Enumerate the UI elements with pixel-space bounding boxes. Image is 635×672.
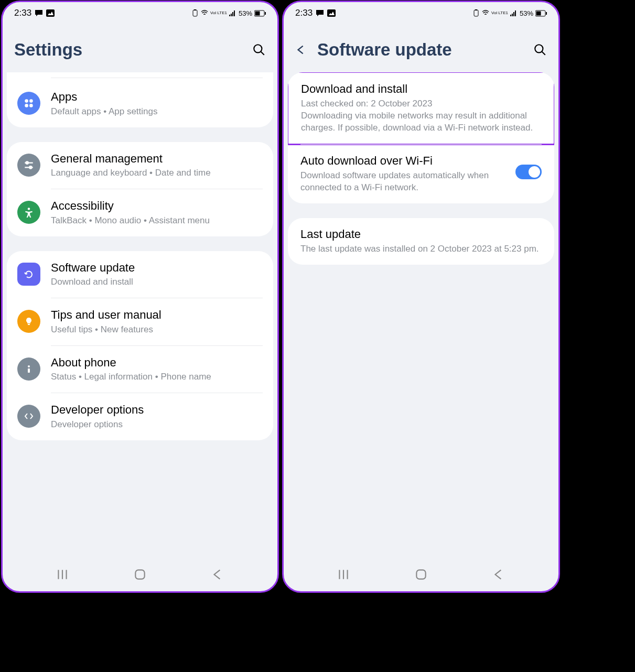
search-icon[interactable] xyxy=(533,43,547,57)
accessibility-icon xyxy=(17,201,40,224)
item-sub: Download and install xyxy=(51,276,263,288)
svg-rect-27 xyxy=(327,9,336,17)
nav-recent[interactable] xyxy=(56,568,69,583)
svg-rect-33 xyxy=(515,10,516,16)
status-bar: 2:33 Vol LTE1 53% xyxy=(284,2,558,24)
item-title: Auto download over Wi-Fi xyxy=(300,154,505,168)
download-install-item[interactable]: Download and install Last checked on: 2 … xyxy=(288,72,554,145)
battery-percent: 53% xyxy=(520,9,533,17)
svg-point-14 xyxy=(25,104,28,107)
settings-item-apps[interactable]: Apps Default apps • App settings xyxy=(7,80,273,127)
svg-rect-6 xyxy=(234,10,235,16)
status-time: 2:33 xyxy=(14,8,31,18)
apps-icon xyxy=(17,92,40,115)
header: Settings xyxy=(3,24,277,72)
settings-card-1: Apps Default apps • App settings xyxy=(7,72,273,127)
nav-bar xyxy=(3,560,277,591)
settings-card-3: Software update Download and install Tip… xyxy=(7,251,273,440)
update-icon xyxy=(17,263,40,286)
svg-rect-30 xyxy=(510,15,511,16)
settings-item-accessibility[interactable]: Accessibility TalkBack • Mono audio • As… xyxy=(7,189,273,236)
settings-card-2: General management Language and keyboard… xyxy=(7,142,273,236)
wifi-icon xyxy=(482,9,489,17)
svg-rect-22 xyxy=(28,368,30,373)
auto-download-toggle[interactable] xyxy=(515,165,542,179)
wifi-icon xyxy=(201,9,208,17)
nav-back[interactable] xyxy=(211,568,224,583)
code-icon xyxy=(17,405,40,428)
svg-point-10 xyxy=(254,45,262,52)
svg-rect-1 xyxy=(193,10,197,16)
auto-download-item[interactable]: Auto download over Wi-Fi Download softwa… xyxy=(288,145,554,203)
svg-point-17 xyxy=(26,161,28,164)
item-title: General management xyxy=(51,151,263,167)
status-time: 2:33 xyxy=(295,8,313,18)
settings-item-software-update[interactable]: Software update Download and install xyxy=(7,251,273,298)
item-title: About phone xyxy=(51,355,263,371)
page-title: Software update xyxy=(317,40,523,60)
last-update-item[interactable]: Last update The last update was installe… xyxy=(288,218,554,265)
signal-icon xyxy=(510,9,518,17)
settings-item-general[interactable]: General management Language and keyboard… xyxy=(7,142,273,189)
item-title: Software update xyxy=(51,261,263,276)
svg-rect-32 xyxy=(513,12,514,16)
image-icon xyxy=(327,9,336,17)
item-title: Developer options xyxy=(51,403,263,418)
battery-saver-icon xyxy=(191,9,199,17)
item-title: Download and install xyxy=(301,82,541,96)
svg-rect-28 xyxy=(474,10,478,16)
search-icon[interactable] xyxy=(252,43,266,57)
battery-saver-icon xyxy=(472,9,480,17)
settings-item-developer[interactable]: Developer options Developer options xyxy=(7,393,273,440)
svg-line-11 xyxy=(261,51,264,55)
header: Software update xyxy=(284,24,558,72)
chat-icon xyxy=(35,9,43,17)
signal-icon xyxy=(229,9,236,17)
item-title: Apps xyxy=(51,90,263,105)
info-icon xyxy=(17,357,40,381)
svg-rect-9 xyxy=(265,12,266,15)
settings-item-about[interactable]: About phone Status • Legal information •… xyxy=(7,346,273,393)
nav-bar xyxy=(284,560,558,591)
item-title: Tips and user manual xyxy=(51,308,263,323)
battery-icon xyxy=(535,10,547,17)
page-title: Settings xyxy=(14,40,242,60)
svg-rect-35 xyxy=(536,11,541,15)
item-sub: Status • Legal information • Phone name xyxy=(51,371,263,383)
status-bar: 2:33 Vol LTE1 53% xyxy=(3,2,277,24)
item-sub: TalkBack • Mono audio • Assistant menu xyxy=(51,215,263,227)
svg-point-12 xyxy=(25,99,28,103)
svg-rect-4 xyxy=(231,14,232,16)
nav-home[interactable] xyxy=(133,568,147,583)
svg-point-13 xyxy=(29,99,33,103)
svg-rect-31 xyxy=(512,14,513,16)
item-sub: Language and keyboard • Date and time xyxy=(51,167,263,179)
svg-rect-2 xyxy=(194,9,196,10)
item-title: Accessibility xyxy=(51,199,263,214)
item-sub: Last checked on: 2 October 2023 Download… xyxy=(301,98,541,134)
svg-line-38 xyxy=(542,51,545,55)
settings-item-tips[interactable]: Tips and user manual Useful tips • New f… xyxy=(7,298,273,345)
item-sub: Default apps • App settings xyxy=(51,106,263,118)
update-card-1: Download and install Last checked on: 2 … xyxy=(288,72,554,203)
svg-rect-8 xyxy=(255,11,260,15)
item-sub: Developer options xyxy=(51,419,263,431)
settings-screen: 2:33 Vol LTE1 53% Settings Apps Default … xyxy=(1,1,279,593)
update-card-2: Last update The last update was installe… xyxy=(288,218,554,265)
volte-label: Vol LTE1 xyxy=(491,11,508,15)
svg-rect-29 xyxy=(475,9,477,10)
software-update-screen: 2:33 Vol LTE1 53% Software update Downlo… xyxy=(282,1,560,593)
svg-rect-0 xyxy=(46,9,55,17)
nav-back[interactable] xyxy=(492,568,505,583)
back-icon[interactable] xyxy=(295,44,307,56)
svg-point-37 xyxy=(535,45,543,52)
svg-point-21 xyxy=(28,365,30,367)
nav-recent[interactable] xyxy=(337,568,350,583)
item-sub: Download software updates automatically … xyxy=(300,170,505,194)
svg-point-15 xyxy=(29,104,33,107)
nav-home[interactable] xyxy=(414,568,428,583)
sliders-icon xyxy=(17,154,40,177)
svg-rect-36 xyxy=(546,12,547,15)
svg-rect-26 xyxy=(135,570,144,579)
svg-rect-3 xyxy=(229,15,230,16)
